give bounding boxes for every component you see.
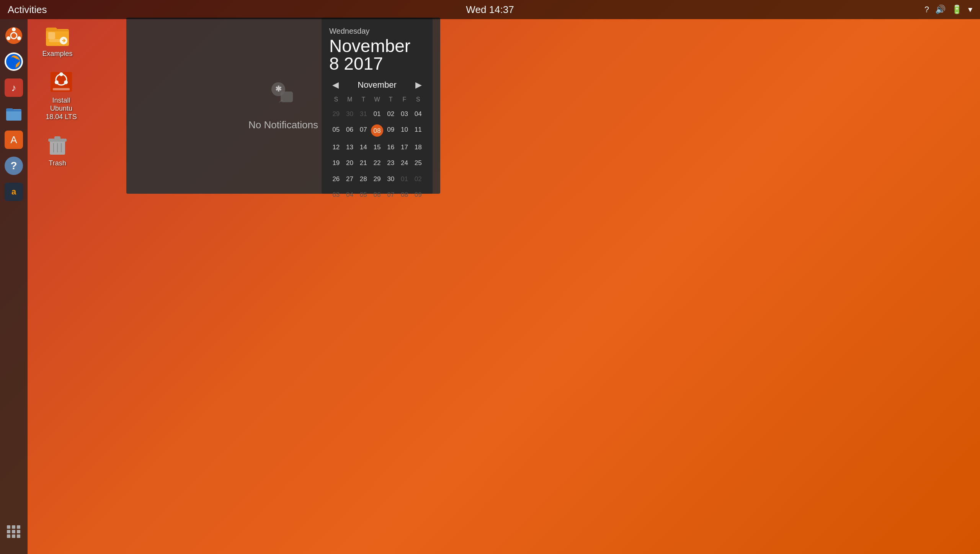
calendar-header-cell: S bbox=[411, 96, 425, 105]
desktop-icon-examples[interactable]: Examples bbox=[38, 23, 77, 58]
svg-point-15 bbox=[64, 80, 68, 84]
calendar-day-cell[interactable]: 13 bbox=[343, 140, 357, 154]
svg-rect-20 bbox=[54, 136, 60, 139]
calendar-header-cell: F bbox=[398, 96, 412, 105]
calendar-date: November 8 2017 bbox=[329, 37, 425, 72]
clock-display[interactable]: Wed 14:37 bbox=[466, 4, 514, 16]
dock-item-amazon[interactable]: a bbox=[3, 181, 25, 203]
no-notifications-container: ✱ No Notifications bbox=[248, 81, 318, 131]
calendar-day-cell[interactable]: 04 bbox=[411, 107, 425, 121]
calendar-header-cell: W bbox=[370, 96, 384, 105]
calendar-header-cell: M bbox=[343, 96, 357, 105]
dock-item-firefox[interactable] bbox=[3, 51, 25, 73]
no-notifications-icon: ✱ bbox=[270, 81, 297, 113]
calendar-nav: ◀ November ▶ bbox=[329, 79, 425, 91]
no-notifications-label: No Notifications bbox=[248, 119, 318, 131]
calendar-day-cell[interactable]: 02 bbox=[384, 107, 398, 121]
dock-item-ubuntu[interactable] bbox=[3, 25, 25, 47]
dock: ♪ A ? a bbox=[0, 19, 28, 554]
desktop-icon-install-label: Install Ubuntu 18.04 LTS bbox=[46, 96, 77, 121]
dock-item-files[interactable] bbox=[3, 103, 25, 125]
calendar-day-cell[interactable]: 07 bbox=[384, 188, 398, 202]
desktop-icon-trash[interactable]: Trash bbox=[38, 132, 77, 168]
calendar-day-cell[interactable]: 03 bbox=[329, 188, 343, 202]
calendar-day-cell[interactable]: 30 bbox=[343, 107, 357, 121]
calendar-week-row: 05060708091011 bbox=[329, 123, 425, 139]
calendar-day-cell[interactable]: 06 bbox=[343, 123, 357, 139]
calendar-day-cell[interactable]: 10 bbox=[398, 123, 412, 139]
dock-item-help[interactable]: ? bbox=[3, 155, 25, 177]
desktop-icons: Examples Install Ubuntu 18.04 LTS bbox=[38, 23, 84, 168]
system-menu-icon[interactable]: ▾ bbox=[968, 5, 972, 15]
calendar-day-cell[interactable]: 08 bbox=[370, 123, 384, 139]
calendar-day-cell[interactable]: 24 bbox=[398, 156, 412, 170]
calendar-week-row: 12131415161718 bbox=[329, 140, 425, 154]
calendar-day-cell[interactable]: 02 bbox=[411, 172, 425, 186]
svg-rect-17 bbox=[53, 88, 70, 90]
calendar-grid: SMTWTFS 29303101020304050607080910111213… bbox=[329, 96, 425, 202]
calendar-day-cell[interactable]: 07 bbox=[356, 123, 370, 139]
calendar-day-cell[interactable]: 18 bbox=[411, 140, 425, 154]
calendar-day-cell[interactable]: 22 bbox=[370, 156, 384, 170]
calendar-day-cell[interactable]: 01 bbox=[398, 172, 412, 186]
calendar-day-cell[interactable]: 03 bbox=[398, 107, 412, 121]
svg-point-2 bbox=[12, 28, 16, 31]
calendar-day-cell[interactable]: 28 bbox=[356, 172, 370, 186]
calendar-day-cell[interactable]: 21 bbox=[356, 156, 370, 170]
calendar-day-cell[interactable]: 29 bbox=[370, 172, 384, 186]
calendar-day-cell[interactable]: 19 bbox=[329, 156, 343, 170]
calendar-day-cell[interactable]: 29 bbox=[329, 107, 343, 121]
calendar-day-cell[interactable]: 17 bbox=[398, 140, 412, 154]
topbar-right-icons: ? 🔊 🔋 ▾ bbox=[924, 5, 972, 15]
svg-rect-9 bbox=[48, 32, 55, 39]
calendar-day-cell[interactable]: 08 bbox=[398, 188, 412, 202]
topbar: Activities Wed 14:37 ? 🔊 🔋 ▾ bbox=[0, 0, 980, 19]
svg-text:✱: ✱ bbox=[275, 85, 281, 93]
calendar-day-cell[interactable]: 06 bbox=[370, 188, 384, 202]
calendar-day-cell[interactable]: 09 bbox=[384, 123, 398, 139]
calendar-day-cell[interactable]: 16 bbox=[384, 140, 398, 154]
svg-point-16 bbox=[55, 80, 59, 84]
calendar-day-cell[interactable]: 14 bbox=[356, 140, 370, 154]
calendar-day-cell[interactable]: 30 bbox=[384, 172, 398, 186]
calendar-day-cell[interactable]: 31 bbox=[356, 107, 370, 121]
calendar-day-cell[interactable]: 12 bbox=[329, 140, 343, 154]
calendar-day-cell[interactable]: 23 bbox=[384, 156, 398, 170]
svg-point-6 bbox=[10, 58, 18, 65]
calendar-day-cell[interactable]: 05 bbox=[329, 123, 343, 139]
calendar-day-cell[interactable]: 26 bbox=[329, 172, 343, 186]
dock-item-appstore[interactable]: A bbox=[3, 129, 25, 151]
calendar-week-row: 29303101020304 bbox=[329, 107, 425, 121]
calendar-header-cell: T bbox=[356, 96, 370, 105]
desktop-icon-install-ubuntu[interactable]: Install Ubuntu 18.04 LTS bbox=[38, 70, 84, 121]
help-icon[interactable]: ? bbox=[924, 5, 929, 15]
battery-icon[interactable]: 🔋 bbox=[952, 5, 962, 15]
calendar-day-cell[interactable]: 27 bbox=[343, 172, 357, 186]
volume-icon[interactable]: 🔊 bbox=[935, 5, 946, 15]
desktop-icon-examples-label: Examples bbox=[42, 50, 72, 58]
calendar-week-row: 03040506070809 bbox=[329, 188, 425, 202]
svg-point-14 bbox=[59, 72, 63, 76]
calendar-next-button[interactable]: ▶ bbox=[412, 79, 425, 91]
calendar-panel: Wednesday November 8 2017 ◀ November ▶ S… bbox=[322, 18, 433, 194]
desktop-icon-trash-label: Trash bbox=[49, 159, 66, 168]
svg-point-3 bbox=[17, 36, 21, 40]
calendar-header-cell: T bbox=[384, 96, 398, 105]
calendar-week-row: 19202122232425 bbox=[329, 156, 425, 170]
dock-item-apps-grid[interactable] bbox=[3, 520, 25, 543]
svg-point-4 bbox=[7, 36, 10, 40]
calendar-day-cell[interactable]: 05 bbox=[356, 188, 370, 202]
calendar-week-row: 26272829300102 bbox=[329, 172, 425, 186]
calendar-day-cell[interactable]: 09 bbox=[411, 188, 425, 202]
dock-item-rhythmbox[interactable]: ♪ bbox=[3, 77, 25, 99]
calendar-day-cell[interactable]: 25 bbox=[411, 156, 425, 170]
calendar-day-cell[interactable]: 15 bbox=[370, 140, 384, 154]
calendar-day-cell[interactable]: 20 bbox=[343, 156, 357, 170]
calendar-month-label: November bbox=[358, 80, 396, 90]
activities-button[interactable]: Activities bbox=[8, 4, 47, 16]
calendar-day-cell[interactable]: 04 bbox=[343, 188, 357, 202]
calendar-day-cell[interactable]: 11 bbox=[411, 123, 425, 139]
calendar-prev-button[interactable]: ◀ bbox=[329, 79, 342, 91]
calendar-weekday: Wednesday bbox=[329, 27, 425, 36]
calendar-day-cell[interactable]: 01 bbox=[370, 107, 384, 121]
